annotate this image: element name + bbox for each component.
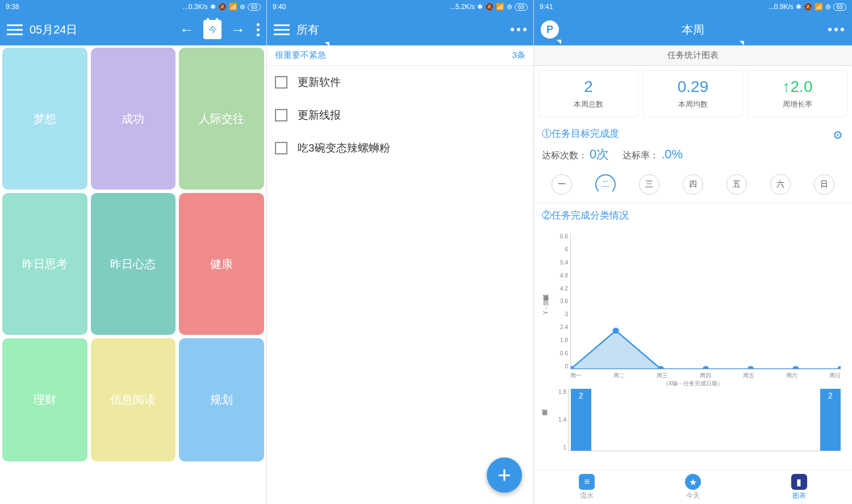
task-row[interactable]: 更新线报 xyxy=(267,99,533,132)
tile-health[interactable]: 健康 xyxy=(179,193,264,335)
svg-point-4 xyxy=(747,366,754,369)
top-bar: P 本周 xyxy=(534,14,852,45)
menu-icon[interactable] xyxy=(274,22,290,37)
tile-success[interactable]: 成功 xyxy=(91,48,176,190)
day-button[interactable]: 五 xyxy=(726,174,747,195)
status-bar: 9:40 ...5.2K/s ✱ 🔕 📶 ⊚ 69 xyxy=(267,0,533,14)
list-icon: ≡ xyxy=(579,474,595,490)
stat-growth: 2.0 周增长率 xyxy=(747,70,847,117)
chart-plot xyxy=(570,233,841,369)
tile-planning[interactable]: 规划 xyxy=(179,338,264,461)
tile-mood[interactable]: 昨日心态 xyxy=(91,193,176,335)
chart-icon: ▮ xyxy=(791,474,807,490)
bluetooth-icon: ✱ xyxy=(477,3,483,11)
task-label: 吃3碗变态辣螺蛳粉 xyxy=(298,141,390,156)
header-title[interactable]: 所有 xyxy=(296,22,511,37)
y-axis-ticks: 6.665.44.84.23.632.41.80.60 xyxy=(554,233,568,369)
chart-bar: 2 xyxy=(571,389,591,451)
svg-point-3 xyxy=(703,366,709,369)
header-title[interactable]: 本周 xyxy=(682,22,704,37)
day-button[interactable]: 日 xyxy=(814,174,834,195)
goal-row: 达标次数：0次 达标率：.0% xyxy=(534,146,852,171)
tile-relationship[interactable]: 人际交往 xyxy=(179,48,264,190)
signal-icon: 📶 xyxy=(229,3,237,11)
status-time: 9:38 xyxy=(6,3,19,11)
gear-icon[interactable]: ⚙ xyxy=(833,128,844,140)
panel1-header: ①任务目标完成度 ⚙ xyxy=(534,121,852,146)
y-axis-ticks-2: 1.81.41 xyxy=(550,389,566,451)
day-button[interactable]: 四 xyxy=(683,174,703,195)
svg-point-6 xyxy=(837,366,841,369)
day-button[interactable]: 三 xyxy=(639,174,659,195)
task-row[interactable]: 吃3碗变态辣螺蛳粉 xyxy=(267,132,533,165)
app-logo-icon[interactable]: P xyxy=(541,20,559,39)
dropdown-indicator-icon xyxy=(740,41,744,45)
task-row[interactable]: 更新软件 xyxy=(267,66,533,99)
section-count: 3条 xyxy=(512,50,525,61)
date-nav: ← 今 → xyxy=(176,20,249,39)
tile-finance[interactable]: 理财 xyxy=(2,338,87,461)
screen-tasks: 9:40 ...5.2K/s ✱ 🔕 📶 ⊚ 69 所有 很重要不紧急 3条 更… xyxy=(267,0,534,504)
stat-total: 2 本周总数 xyxy=(538,70,638,117)
arrow-up-icon xyxy=(783,78,791,95)
chart-area-fill xyxy=(571,330,841,369)
stat-average: 0.29 本周均数 xyxy=(643,70,743,117)
day-button[interactable]: 六 xyxy=(770,174,791,195)
next-arrow-icon[interactable]: → xyxy=(227,21,249,39)
y-axis-label: （Y轴－任务完成数量） xyxy=(542,305,550,315)
wifi-icon: ⊚ xyxy=(825,3,831,11)
bottom-nav: ≡ 流水 ★ 今天 ▮ 图表 xyxy=(534,470,852,504)
svg-point-1 xyxy=(613,327,619,333)
menu-icon[interactable] xyxy=(7,22,23,37)
mute-icon: 🔕 xyxy=(804,3,812,11)
chart-bar: 2 xyxy=(820,389,841,451)
status-bar: 9:38 ...0.3K/s ✱ 🔕 📶 ⊚ 69 xyxy=(0,0,266,14)
line-chart: （Y轴－任务完成数量） 6.665.44.84.23.632.41.80.60 … xyxy=(540,233,846,387)
wifi-icon: ⊚ xyxy=(507,3,512,11)
task-checkbox[interactable] xyxy=(275,109,287,121)
top-bar: 所有 xyxy=(267,14,533,45)
bluetooth-icon: ✱ xyxy=(210,3,216,11)
signal-icon: 📶 xyxy=(815,3,823,11)
status-bar: 9:41 ...0.9K/s ✱ 🔕 📶 ⊚ 69 xyxy=(534,0,852,14)
nav-today[interactable]: ★ 今天 xyxy=(640,471,746,504)
header-date: 05月24日 xyxy=(30,22,176,37)
signal-icon: 📶 xyxy=(496,3,504,11)
tile-reading[interactable]: 信息阅读 xyxy=(91,338,176,461)
mute-icon: 🔕 xyxy=(218,3,227,11)
task-checkbox[interactable] xyxy=(275,76,287,89)
section-header[interactable]: 很重要不紧急 3条 xyxy=(267,45,533,66)
status-time: 9:40 xyxy=(273,3,286,11)
top-bar: 05月24日 ← 今 → xyxy=(0,14,266,45)
subtitle: 任务统计图表 xyxy=(534,45,852,66)
overflow-menu-icon[interactable] xyxy=(828,28,844,31)
overflow-menu-icon[interactable] xyxy=(257,23,260,36)
wifi-icon: ⊚ xyxy=(240,3,245,11)
nav-flow[interactable]: ≡ 流水 xyxy=(534,471,640,504)
mute-icon: 🔕 xyxy=(485,3,494,11)
section-label: 很重要不紧急 xyxy=(275,50,326,61)
tile-dream[interactable]: 梦想 xyxy=(2,48,87,190)
bluetooth-icon: ✱ xyxy=(796,3,801,11)
overflow-menu-icon[interactable] xyxy=(511,28,527,31)
status-indicators: ...5.2K/s ✱ 🔕 📶 ⊚ 69 xyxy=(450,3,528,11)
prev-arrow-icon[interactable]: ← xyxy=(176,21,198,39)
task-checkbox[interactable] xyxy=(275,142,287,154)
task-label: 更新软件 xyxy=(298,75,341,90)
today-button[interactable]: 今 xyxy=(203,20,222,39)
battery-icon: 69 xyxy=(248,3,261,11)
add-task-fab[interactable]: + xyxy=(487,457,522,493)
stats-row: 2 本周总数 0.29 本周均数 2.0 周增长率 xyxy=(534,66,852,121)
screen-stats: 9:41 ...0.9K/s ✱ 🔕 📶 ⊚ 69 P 本周 任务统计图表 2 … xyxy=(534,0,852,504)
nav-chart[interactable]: ▮ 图表 xyxy=(746,471,852,504)
battery-icon: 69 xyxy=(515,3,528,11)
tile-thinking[interactable]: 昨日思考 xyxy=(2,193,87,335)
panel2-header: ②任务完成分类情况 xyxy=(534,203,852,228)
x-axis-ticks: 周一周二周三周四周五周六周日 xyxy=(570,372,841,380)
task-label: 更新线报 xyxy=(298,108,341,123)
status-indicators: ...0.3K/s ✱ 🔕 📶 ⊚ 69 xyxy=(183,3,261,11)
day-button[interactable]: 二 xyxy=(595,174,616,195)
x-axis-label: （X轴－任务完成日期） xyxy=(540,380,846,388)
day-button[interactable]: 一 xyxy=(552,174,572,195)
svg-point-5 xyxy=(792,366,799,369)
